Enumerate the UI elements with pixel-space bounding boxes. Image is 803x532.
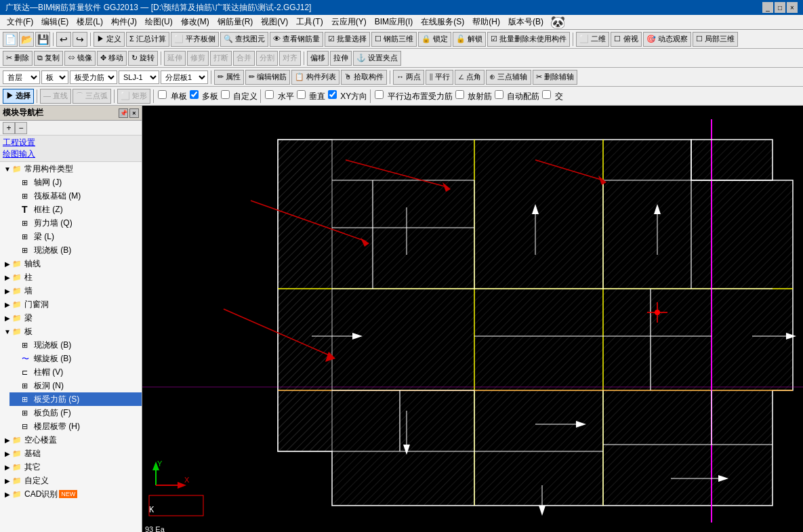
- find-element-button[interactable]: 🔍 查找图元: [220, 32, 268, 47]
- horizontal-label[interactable]: 水平: [264, 90, 293, 102]
- tree-foundation[interactable]: ▶ 📁 基础: [0, 447, 142, 460]
- mirror-button[interactable]: ⇔ 镜像: [64, 51, 96, 66]
- project-settings-link[interactable]: 工程设置: [3, 137, 139, 148]
- level-plate-button[interactable]: ⬜ 平齐板侧: [171, 32, 219, 47]
- tree-cast-slab[interactable]: ⊞ 现浇板 (B): [9, 243, 142, 257]
- set-grip-button[interactable]: ⚓ 设置夹点: [353, 51, 401, 66]
- arc-button[interactable]: ⌒ 三点弧: [73, 89, 111, 104]
- tree-hollow-floor[interactable]: ▶ 📁 空心楼盖: [0, 433, 142, 447]
- single-board-check[interactable]: [158, 90, 167, 99]
- top-view-button[interactable]: ☐ 俯视: [611, 32, 641, 47]
- stretch-button[interactable]: 拉伸: [330, 51, 352, 66]
- tree-spiral-slab[interactable]: 〜 螺旋板 (B): [9, 352, 142, 365]
- tree-shear-wall[interactable]: ⊞ 剪力墙 (Q): [9, 216, 142, 230]
- multi-board-label[interactable]: 多板: [188, 90, 218, 102]
- tree-door-window[interactable]: ▶ 📁 门窗洞: [0, 298, 142, 311]
- undo-button[interactable]: ↩: [56, 32, 71, 47]
- menu-component[interactable]: 构件(J): [107, 15, 141, 29]
- save-button[interactable]: 💾: [35, 32, 50, 47]
- single-board-label[interactable]: 单板: [157, 90, 186, 102]
- component-list-button[interactable]: 📋 构件列表: [291, 70, 339, 85]
- cross-label[interactable]: 交: [541, 90, 562, 102]
- multi-board-check[interactable]: [190, 90, 199, 99]
- tree-axis[interactable]: ▶ 📁 轴线: [0, 257, 142, 270]
- close-button[interactable]: ×: [787, 2, 798, 13]
- add-button[interactable]: +: [3, 122, 15, 134]
- menu-rebar[interactable]: 钢筋量(R): [213, 15, 258, 29]
- select-button[interactable]: ▶ 选择: [3, 89, 34, 104]
- properties-button[interactable]: ✏ 属性: [214, 70, 244, 85]
- merge-button[interactable]: 合并: [233, 51, 255, 66]
- copy-button[interactable]: ⧉ 复制: [34, 51, 63, 66]
- view-rebar-button[interactable]: 👁 查看钢筋量: [270, 32, 323, 47]
- two-point-button[interactable]: ↔ 两点: [393, 70, 424, 85]
- cross-check[interactable]: [542, 90, 551, 99]
- parallel-edge-check[interactable]: [375, 90, 384, 99]
- menu-draw[interactable]: 绘图(U): [141, 15, 177, 29]
- split-button[interactable]: 分割: [256, 51, 278, 66]
- point-angle-button[interactable]: ∠ 点角: [455, 70, 485, 85]
- remove-button[interactable]: −: [15, 122, 27, 134]
- menu-file[interactable]: 文件(F): [3, 15, 37, 29]
- xy-direction-label[interactable]: XY方向: [327, 90, 367, 102]
- rebar-3d-button[interactable]: ☐ 钢筋三维: [371, 32, 417, 47]
- rect-button[interactable]: ⬜ 矩形: [117, 89, 150, 104]
- move-button[interactable]: ✥ 移动: [97, 51, 127, 66]
- delete-button[interactable]: ✂ 删除: [3, 51, 33, 66]
- align-button[interactable]: 对齐: [279, 51, 301, 66]
- tree-col[interactable]: ▶ 📁 柱: [0, 270, 142, 284]
- tree-beam[interactable]: ⊞ 梁 (L): [9, 230, 142, 243]
- rotate-button[interactable]: ↻ 旋转: [128, 51, 158, 66]
- line-button[interactable]: — 直线: [40, 89, 71, 104]
- menu-tools[interactable]: 工具(T): [292, 15, 327, 29]
- tree-other[interactable]: ▶ 📁 其它: [0, 460, 142, 474]
- tree-slab-rebar[interactable]: ⊞ 板受力筋 (S): [9, 392, 142, 406]
- offset-button[interactable]: 偏移: [307, 51, 329, 66]
- define-button[interactable]: ▶ 定义: [94, 32, 125, 47]
- open-button[interactable]: 📂: [19, 32, 34, 47]
- tree-cast-slab2[interactable]: ⊞ 现浇板 (B): [9, 338, 142, 352]
- tree-common-types[interactable]: ▼ 📁 常用构件类型: [0, 162, 142, 176]
- parallel-edge-label[interactable]: 平行边布置受力筋: [373, 90, 452, 102]
- partial-3d-button[interactable]: ☐ 局部三维: [693, 32, 738, 47]
- calc-button[interactable]: Σ 汇总计算: [126, 32, 169, 47]
- radial-label[interactable]: 放射筋: [454, 90, 492, 102]
- tree-slab[interactable]: ▼ 📁 板: [0, 325, 142, 338]
- pick-component-button[interactable]: 🖱 拾取构件: [341, 70, 387, 85]
- tree-wall[interactable]: ▶ 📁 墙: [0, 284, 142, 298]
- type-select[interactable]: 板: [41, 70, 68, 84]
- tree-axis-net[interactable]: ⊞ 轴网 (J): [9, 176, 142, 189]
- floor-select[interactable]: 首层: [3, 70, 40, 84]
- break-button[interactable]: 打断: [210, 51, 232, 66]
- auto-config-label[interactable]: 自动配筋: [493, 90, 539, 102]
- tree-beam2[interactable]: ▶ 📁 梁: [0, 311, 142, 325]
- redo-button[interactable]: ↪: [73, 32, 87, 47]
- custom-label[interactable]: 自定义: [220, 90, 258, 102]
- panel-pin-button[interactable]: 📌: [119, 108, 128, 118]
- new-button[interactable]: 📄: [3, 32, 18, 47]
- tree-cad[interactable]: ▶ 📁 CAD识别 NEW: [0, 487, 142, 501]
- tree-column-cap[interactable]: ⊏ 柱帽 (V): [9, 365, 142, 379]
- menu-view[interactable]: 视图(V): [257, 15, 292, 29]
- minimize-button[interactable]: _: [762, 2, 773, 13]
- drawing-area[interactable]: K Y X 93 Ea: [142, 106, 803, 532]
- vertical-check[interactable]: [297, 90, 306, 99]
- tree-floor-band[interactable]: ⊟ 楼层板带 (H): [9, 420, 142, 433]
- 2d-button[interactable]: ⬜ 二维: [576, 32, 609, 47]
- menu-version[interactable]: 版本号(B): [504, 15, 548, 29]
- xy-direction-check[interactable]: [328, 90, 337, 99]
- menu-modify[interactable]: 修改(M): [177, 15, 213, 29]
- delete-axis-button[interactable]: ✂ 删除辅轴: [533, 70, 577, 85]
- tree-raft[interactable]: ⊞ 筏板基础 (M): [9, 189, 142, 203]
- menu-online[interactable]: 在线服务(S): [417, 15, 468, 29]
- spec-select[interactable]: SLJ-1: [119, 70, 159, 84]
- rebar-type-select[interactable]: 板受力筋: [70, 70, 117, 84]
- draw-input-link[interactable]: 绘图输入: [3, 148, 139, 160]
- extend-button[interactable]: 延伸: [164, 51, 186, 66]
- tree-neg-rebar[interactable]: ⊞ 板负筋 (F): [9, 406, 142, 420]
- menu-help[interactable]: 帮助(H): [468, 15, 504, 29]
- radial-check[interactable]: [455, 90, 464, 99]
- trim-button[interactable]: 修剪: [187, 51, 209, 66]
- tree-custom[interactable]: ▶ 📁 自定义: [0, 474, 142, 487]
- layer-select[interactable]: 分层板1: [161, 70, 208, 84]
